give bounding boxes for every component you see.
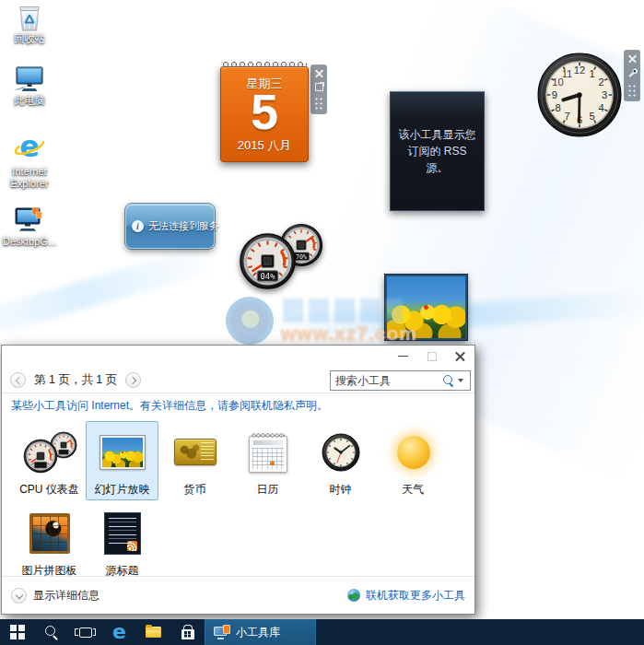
wallpaper-beam (0, 243, 219, 346)
page-indicator: 第 1 页，共 1 页 (34, 372, 117, 388)
desktop-gadgets-icon (3, 205, 56, 235)
edge-icon (112, 623, 126, 642)
desktop-icon-label: DesktopG... (3, 236, 56, 248)
info-icon: i (132, 220, 144, 232)
minimize-icon[interactable] (396, 349, 410, 363)
internet-explorer-icon: e (3, 131, 56, 165)
gadget-label: 天气 (403, 482, 425, 497)
calendar-icon (249, 436, 287, 473)
show-details-label: 显示详细信息 (33, 588, 100, 604)
analog-clock: 12 1 2 3 4 5 6 7 8 9 10 11 (536, 52, 623, 138)
gadget-label: 货币 (184, 482, 206, 497)
gallery-item-picture-puzzle[interactable]: 图片拼图板 (13, 502, 86, 581)
globe-icon (347, 589, 360, 602)
calendar-spiral-binding (222, 61, 307, 69)
taskbar-search-button[interactable] (34, 619, 68, 645)
svg-text:e: e (19, 131, 40, 164)
watermark-logo (226, 297, 274, 345)
divider (2, 393, 474, 393)
svg-text:3: 3 (602, 89, 607, 100)
slideshow-icon (100, 436, 145, 469)
taskbar: 小工具库 (0, 619, 644, 645)
larger-size-icon[interactable] (315, 83, 323, 91)
search-icon (44, 626, 58, 639)
file-explorer-button[interactable] (136, 619, 170, 645)
task-view-icon (79, 627, 92, 638)
calendar-month-year: 2015 八月 (220, 137, 309, 154)
previous-page-button[interactable] (10, 372, 26, 388)
show-details-toggle[interactable]: 显示详细信息 (11, 588, 100, 604)
gadget-label: 幻灯片放映 (95, 482, 150, 497)
drag-handle-icon[interactable] (627, 84, 637, 97)
desktop: 回收站 此电脑 e Internet Explorer (0, 0, 644, 645)
cpu-gauges-icon (23, 431, 76, 474)
currency-card-icon (174, 439, 217, 465)
privacy-notice: 某些小工具访问 Internet。有关详细信息，请参阅联机隐私声明。 (11, 398, 328, 414)
close-icon[interactable] (628, 54, 637, 63)
error-message: 无法连接到服务 (148, 219, 219, 233)
store-bag-icon (181, 629, 194, 639)
options-wrench-icon[interactable] (627, 68, 638, 78)
rss-gadget-message: 该小工具显示您订阅的 RSS 源。 (398, 126, 476, 176)
svg-text:9: 9 (552, 89, 557, 100)
desktop-icon-desktop-gadgets[interactable]: DesktopG... (3, 205, 56, 248)
gadget-label: CPU 仪表盘 (19, 482, 79, 497)
clock-gadget-controls (624, 50, 640, 101)
chevron-down-circle-icon (11, 588, 27, 604)
gallery-item-cpu-meter[interactable]: CPU 仪表盘 (13, 421, 86, 500)
currency-gadget-error[interactable]: i 无法连接到服务 (125, 204, 215, 249)
rss-feed-gadget[interactable]: 该小工具显示您订阅的 RSS 源。 (390, 91, 485, 211)
desktop-icon-recycle-bin[interactable]: 回收站 (3, 2, 56, 45)
gallery-footer: 显示详细信息 联机获取更多小工具 (2, 577, 474, 614)
calendar-gadget[interactable]: 星期三 5 2015 八月 (220, 61, 309, 162)
start-button[interactable] (0, 619, 34, 645)
task-view-button[interactable] (68, 619, 102, 645)
window-controls (396, 349, 467, 363)
gadget-search-box (330, 370, 471, 391)
taskbar-active-app[interactable]: 小工具库 (205, 619, 316, 645)
calendar-day-number: 5 (220, 85, 309, 138)
gadget-label: 时钟 (330, 482, 352, 497)
gadget-label: 日历 (257, 482, 279, 497)
get-more-gadgets-label: 联机获取更多小工具 (366, 588, 465, 604)
chevron-down-icon[interactable] (458, 379, 463, 382)
gadget-grid: CPU 仪表盘 幻灯片放映 货币 日历 (13, 421, 466, 581)
close-icon[interactable] (453, 349, 467, 363)
calendar-gadget-controls (310, 64, 327, 114)
next-page-button[interactable] (125, 372, 141, 388)
gallery-item-currency[interactable]: 货币 (158, 421, 231, 500)
minute-hand (579, 95, 580, 123)
gallery-item-slideshow[interactable]: 幻灯片放映 (86, 421, 158, 500)
windows-logo-icon (10, 625, 25, 639)
desktop-icon-label: 此电脑 (3, 95, 56, 107)
clock-gadget[interactable]: 12 1 2 3 4 5 6 7 8 9 10 11 (536, 52, 623, 142)
svg-text:7: 7 (564, 111, 569, 122)
desktop-icon-internet-explorer[interactable]: e Internet Explorer (3, 131, 56, 190)
edge-button[interactable] (102, 619, 136, 645)
store-button[interactable] (170, 619, 205, 645)
svg-text:5: 5 (589, 111, 594, 122)
maximize-icon (425, 349, 439, 363)
cpu-meter-gadget[interactable]: 70% 04% (239, 223, 342, 293)
cpu-gauge: 04% (239, 232, 297, 290)
svg-text:2: 2 (598, 76, 603, 88)
svg-text:70%: 70% (296, 253, 307, 261)
gallery-item-clock[interactable]: 时钟 (304, 421, 377, 500)
slideshow-gadget[interactable] (385, 275, 467, 340)
svg-text:04%: 04% (261, 272, 276, 281)
close-icon[interactable] (315, 69, 323, 77)
puzzle-icon (29, 513, 70, 554)
gallery-item-weather[interactable]: 天气 (377, 421, 450, 500)
page-navigation: 第 1 页，共 1 页 (10, 372, 141, 388)
search-input[interactable] (331, 374, 442, 387)
desktop-icon-label: 回收站 (3, 33, 56, 45)
gallery-item-feed-headlines[interactable]: 源标题 (86, 502, 158, 581)
svg-text:4: 4 (598, 102, 603, 113)
get-more-gadgets-link[interactable]: 联机获取更多小工具 (347, 588, 465, 604)
desktop-icon-this-pc[interactable]: 此电脑 (3, 65, 56, 107)
gadget-library-icon (214, 626, 229, 639)
gallery-item-calendar[interactable]: 日历 (231, 421, 304, 500)
drag-handle-icon[interactable] (314, 97, 323, 110)
search-icon[interactable] (442, 375, 454, 387)
computer-icon (3, 65, 56, 94)
